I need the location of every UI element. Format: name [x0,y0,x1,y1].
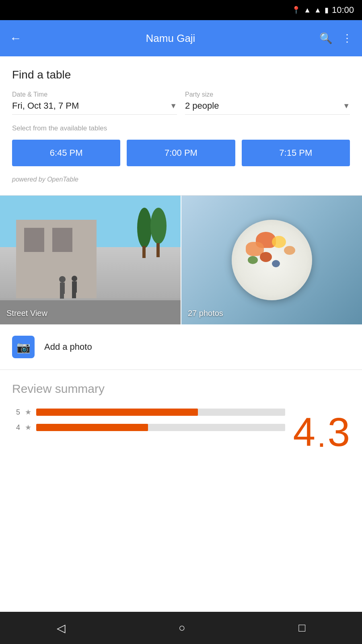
search-button[interactable]: 🔍 [319,32,332,45]
date-dropdown-arrow: ▼ [170,102,177,110]
svg-point-4 [59,276,66,283]
plate-shape [232,220,312,300]
svg-rect-11 [74,293,76,298]
date-value-text: Fri, Oct 31, 7 PM [12,101,79,111]
food-item-6 [272,260,280,267]
svg-rect-7 [62,294,64,299]
bar-fill-4 [36,424,148,431]
street-view-label: Street View [6,309,47,318]
powered-by-label: powered by OpenTable [12,176,350,183]
food-plate [232,220,312,300]
rating-num-5: 5 [12,408,20,417]
star-icon-5: ★ [25,408,31,417]
time-slot-645[interactable]: 6:45 PM [12,140,120,166]
svg-rect-3 [156,243,160,257]
people-silhouettes [56,275,88,299]
svg-point-0 [137,208,152,248]
rating-row-4: 4 ★ [12,423,285,432]
nav-recent-button[interactable]: □ [298,621,305,634]
bar-bg-5 [36,409,285,416]
back-button[interactable]: ← [10,31,22,45]
rating-integer: 4 [293,412,316,452]
rating-num-4: 4 [12,423,20,432]
status-icons: 📍 ▲ ▲ ▮ 10:00 [292,5,354,15]
review-section: Review summary 5 ★ 4 ★ [0,370,362,460]
photos-count-label: 27 photos [188,309,223,318]
bar-bg-4 [36,424,285,431]
available-tables-label: Select from the available tables [12,124,350,132]
date-value-row[interactable]: Fri, Oct 31, 7 PM ▼ [12,101,177,115]
big-rating-display: 4 . 3 [293,408,350,452]
street-view-tile[interactable]: Street View [0,196,181,324]
find-table-title: Find a table [12,68,350,81]
trees [136,208,173,260]
star-icon-4: ★ [25,423,31,432]
battery-icon: ▮ [325,6,329,14]
add-photo-section[interactable]: 📷 Add a photo [0,324,362,370]
food-item-4 [260,252,272,262]
selectors-row: Date & Time Fri, Oct 31, 7 PM ▼ Party si… [12,91,350,115]
party-label: Party size [185,91,350,98]
svg-rect-5 [60,283,65,294]
app-bar-actions: 🔍 ⋮ [319,32,352,45]
time-slot-700[interactable]: 7:00 PM [127,140,235,166]
photos-section: Street View 27 photo [0,196,362,324]
rating-dot: . [317,420,326,452]
time-slots-row: 6:45 PM 7:00 PM 7:15 PM [12,140,350,166]
review-summary-title: Review summary [12,382,350,396]
location-icon: 📍 [292,6,300,14]
wifi-icon: ▲ [304,6,311,14]
party-dropdown-arrow: ▼ [343,102,350,110]
svg-rect-6 [60,294,62,299]
nav-back-button[interactable]: ◁ [57,621,66,635]
camera-icon: 📷 [16,341,31,354]
more-button[interactable]: ⋮ [342,32,352,45]
add-photo-label: Add a photo [44,342,92,352]
street-scene-image [0,196,181,324]
svg-rect-10 [72,293,74,298]
date-time-selector[interactable]: Date & Time Fri, Oct 31, 7 PM ▼ [12,91,177,115]
party-value-row[interactable]: 2 people ▼ [185,101,350,115]
svg-point-1 [150,208,167,244]
party-size-selector[interactable]: Party size 2 people ▼ [185,91,350,115]
rating-row-5: 5 ★ [12,408,285,417]
party-value-text: 2 people [185,101,219,111]
signal-icon: ▲ [314,6,321,14]
food-scene-image [181,196,362,324]
app-bar: ← Namu Gaji 🔍 ⋮ [0,20,362,56]
food-item-7 [284,246,295,255]
rating-decimal: 3 [327,412,350,452]
svg-rect-9 [72,281,77,293]
find-table-section: Find a table Date & Time Fri, Oct 31, 7 … [0,56,362,195]
camera-icon-wrapper: 📷 [12,336,35,358]
rating-bars: 5 ★ 4 ★ [12,408,285,438]
food-item-5 [248,256,258,264]
main-content: Find a table Date & Time Fri, Oct 31, 7 … [0,56,362,460]
status-bar: 📍 ▲ ▲ ▮ 10:00 [0,0,362,20]
status-time: 10:00 [332,5,354,15]
date-label: Date & Time [12,91,177,98]
bar-fill-5 [36,409,198,416]
app-bar-title: Namu Gaji [30,32,311,45]
nav-home-button[interactable]: ○ [179,621,185,634]
bottom-nav: ◁ ○ □ [0,612,362,644]
food-photo-tile[interactable]: 27 photos [181,196,362,324]
svg-point-8 [72,276,77,281]
rating-content: 5 ★ 4 ★ 4 . 3 [12,408,350,452]
food-item-3 [272,236,286,248]
time-slot-715[interactable]: 7:15 PM [242,140,350,166]
svg-rect-2 [142,246,146,258]
